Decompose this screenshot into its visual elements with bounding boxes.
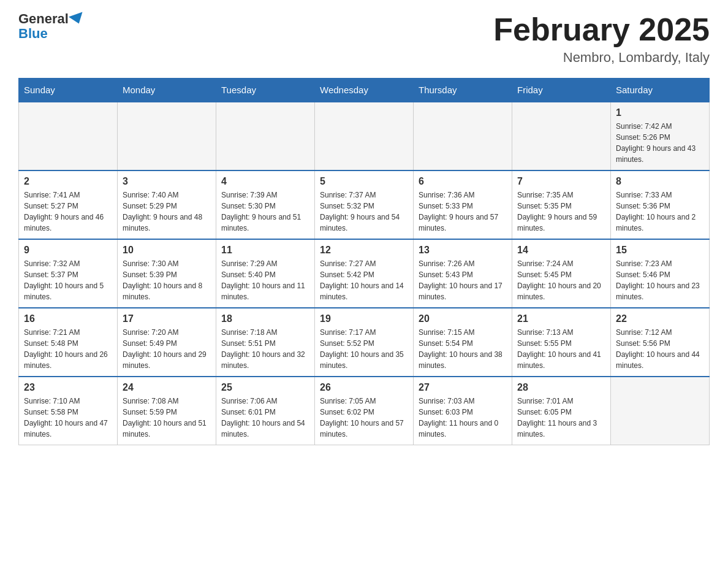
logo: General Blue	[18, 12, 85, 42]
day-number: 26	[320, 382, 408, 393]
day-info: Sunrise: 7:42 AM Sunset: 5:26 PM Dayligh…	[616, 121, 704, 165]
calendar-header-row: SundayMondayTuesdayWednesdayThursdayFrid…	[19, 79, 710, 102]
column-header-saturday: Saturday	[611, 79, 710, 102]
day-info: Sunrise: 7:21 AM Sunset: 5:48 PM Dayligh…	[24, 327, 112, 371]
day-number: 21	[517, 313, 605, 324]
calendar-cell: 6Sunrise: 7:36 AM Sunset: 5:33 PM Daylig…	[414, 170, 512, 239]
calendar-cell: 13Sunrise: 7:26 AM Sunset: 5:43 PM Dayli…	[414, 239, 512, 308]
day-info: Sunrise: 7:30 AM Sunset: 5:39 PM Dayligh…	[123, 258, 211, 302]
day-number: 9	[24, 245, 112, 256]
logo-blue-text: Blue	[18, 26, 48, 41]
calendar-cell: 28Sunrise: 7:01 AM Sunset: 6:05 PM Dayli…	[512, 377, 611, 445]
calendar-cell: 3Sunrise: 7:40 AM Sunset: 5:29 PM Daylig…	[118, 170, 216, 239]
day-info: Sunrise: 7:37 AM Sunset: 5:32 PM Dayligh…	[320, 190, 408, 234]
day-number: 2	[24, 176, 112, 187]
calendar-cell: 20Sunrise: 7:15 AM Sunset: 5:54 PM Dayli…	[414, 308, 512, 377]
logo-arrow-icon	[69, 12, 86, 26]
calendar-cell	[611, 377, 710, 445]
day-number: 7	[517, 176, 605, 187]
calendar-cell: 7Sunrise: 7:35 AM Sunset: 5:35 PM Daylig…	[512, 170, 611, 239]
calendar-cell	[315, 102, 414, 170]
calendar-cell	[414, 102, 512, 170]
calendar-cell	[216, 102, 315, 170]
day-number: 11	[221, 245, 309, 256]
calendar-table: SundayMondayTuesdayWednesdayThursdayFrid…	[18, 78, 710, 445]
day-info: Sunrise: 7:23 AM Sunset: 5:46 PM Dayligh…	[616, 258, 704, 302]
day-info: Sunrise: 7:13 AM Sunset: 5:55 PM Dayligh…	[517, 327, 605, 371]
day-number: 17	[123, 313, 211, 324]
day-info: Sunrise: 7:18 AM Sunset: 5:51 PM Dayligh…	[221, 327, 309, 371]
calendar-cell: 19Sunrise: 7:17 AM Sunset: 5:52 PM Dayli…	[315, 308, 414, 377]
day-number: 18	[221, 313, 309, 324]
calendar-week-row: 16Sunrise: 7:21 AM Sunset: 5:48 PM Dayli…	[19, 308, 710, 377]
day-info: Sunrise: 7:17 AM Sunset: 5:52 PM Dayligh…	[320, 327, 408, 371]
title-area: February 2025 Nembro, Lombardy, Italy	[493, 12, 710, 66]
day-number: 27	[419, 382, 507, 393]
day-info: Sunrise: 7:32 AM Sunset: 5:37 PM Dayligh…	[24, 258, 112, 302]
day-number: 19	[320, 313, 408, 324]
calendar-cell: 27Sunrise: 7:03 AM Sunset: 6:03 PM Dayli…	[414, 377, 512, 445]
day-info: Sunrise: 7:36 AM Sunset: 5:33 PM Dayligh…	[419, 190, 507, 234]
logo-general-text: General	[18, 12, 69, 26]
day-number: 10	[123, 245, 211, 256]
calendar-cell: 16Sunrise: 7:21 AM Sunset: 5:48 PM Dayli…	[19, 308, 118, 377]
calendar-cell: 10Sunrise: 7:30 AM Sunset: 5:39 PM Dayli…	[118, 239, 216, 308]
day-info: Sunrise: 7:35 AM Sunset: 5:35 PM Dayligh…	[517, 190, 605, 234]
day-number: 1	[616, 107, 704, 118]
calendar-cell: 21Sunrise: 7:13 AM Sunset: 5:55 PM Dayli…	[512, 308, 611, 377]
column-header-thursday: Thursday	[414, 79, 512, 102]
calendar-cell: 1Sunrise: 7:42 AM Sunset: 5:26 PM Daylig…	[611, 102, 710, 170]
day-info: Sunrise: 7:41 AM Sunset: 5:27 PM Dayligh…	[24, 190, 112, 234]
calendar-cell: 22Sunrise: 7:12 AM Sunset: 5:56 PM Dayli…	[611, 308, 710, 377]
calendar-week-row: 1Sunrise: 7:42 AM Sunset: 5:26 PM Daylig…	[19, 102, 710, 170]
calendar-cell: 9Sunrise: 7:32 AM Sunset: 5:37 PM Daylig…	[19, 239, 118, 308]
day-info: Sunrise: 7:08 AM Sunset: 5:59 PM Dayligh…	[123, 396, 211, 440]
calendar-cell: 18Sunrise: 7:18 AM Sunset: 5:51 PM Dayli…	[216, 308, 315, 377]
calendar-cell	[19, 102, 118, 170]
calendar-cell: 15Sunrise: 7:23 AM Sunset: 5:46 PM Dayli…	[611, 239, 710, 308]
calendar-cell: 4Sunrise: 7:39 AM Sunset: 5:30 PM Daylig…	[216, 170, 315, 239]
day-number: 4	[221, 176, 309, 187]
calendar-cell: 11Sunrise: 7:29 AM Sunset: 5:40 PM Dayli…	[216, 239, 315, 308]
day-info: Sunrise: 7:39 AM Sunset: 5:30 PM Dayligh…	[221, 190, 309, 234]
day-number: 15	[616, 245, 704, 256]
day-info: Sunrise: 7:10 AM Sunset: 5:58 PM Dayligh…	[24, 396, 112, 440]
day-number: 28	[517, 382, 605, 393]
page-header: General Blue February 2025 Nembro, Lomba…	[18, 12, 710, 66]
day-number: 25	[221, 382, 309, 393]
day-number: 16	[24, 313, 112, 324]
calendar-cell	[118, 102, 216, 170]
day-info: Sunrise: 7:06 AM Sunset: 6:01 PM Dayligh…	[221, 396, 309, 440]
column-header-sunday: Sunday	[19, 79, 118, 102]
day-number: 12	[320, 245, 408, 256]
column-header-monday: Monday	[118, 79, 216, 102]
day-info: Sunrise: 7:27 AM Sunset: 5:42 PM Dayligh…	[320, 258, 408, 302]
day-info: Sunrise: 7:01 AM Sunset: 6:05 PM Dayligh…	[517, 396, 605, 440]
calendar-title: February 2025	[493, 12, 710, 47]
day-info: Sunrise: 7:33 AM Sunset: 5:36 PM Dayligh…	[616, 190, 704, 234]
calendar-cell: 26Sunrise: 7:05 AM Sunset: 6:02 PM Dayli…	[315, 377, 414, 445]
day-number: 13	[419, 245, 507, 256]
calendar-week-row: 23Sunrise: 7:10 AM Sunset: 5:58 PM Dayli…	[19, 377, 710, 445]
calendar-cell: 5Sunrise: 7:37 AM Sunset: 5:32 PM Daylig…	[315, 170, 414, 239]
day-info: Sunrise: 7:03 AM Sunset: 6:03 PM Dayligh…	[419, 396, 507, 440]
calendar-week-row: 2Sunrise: 7:41 AM Sunset: 5:27 PM Daylig…	[19, 170, 710, 239]
calendar-cell: 8Sunrise: 7:33 AM Sunset: 5:36 PM Daylig…	[611, 170, 710, 239]
calendar-cell: 25Sunrise: 7:06 AM Sunset: 6:01 PM Dayli…	[216, 377, 315, 445]
day-number: 5	[320, 176, 408, 187]
column-header-wednesday: Wednesday	[315, 79, 414, 102]
day-info: Sunrise: 7:40 AM Sunset: 5:29 PM Dayligh…	[123, 190, 211, 234]
day-number: 20	[419, 313, 507, 324]
day-number: 8	[616, 176, 704, 187]
day-info: Sunrise: 7:26 AM Sunset: 5:43 PM Dayligh…	[419, 258, 507, 302]
calendar-week-row: 9Sunrise: 7:32 AM Sunset: 5:37 PM Daylig…	[19, 239, 710, 308]
calendar-cell: 24Sunrise: 7:08 AM Sunset: 5:59 PM Dayli…	[118, 377, 216, 445]
column-header-friday: Friday	[512, 79, 611, 102]
day-info: Sunrise: 7:05 AM Sunset: 6:02 PM Dayligh…	[320, 396, 408, 440]
day-info: Sunrise: 7:15 AM Sunset: 5:54 PM Dayligh…	[419, 327, 507, 371]
day-info: Sunrise: 7:24 AM Sunset: 5:45 PM Dayligh…	[517, 258, 605, 302]
column-header-tuesday: Tuesday	[216, 79, 315, 102]
day-number: 22	[616, 313, 704, 324]
calendar-cell: 23Sunrise: 7:10 AM Sunset: 5:58 PM Dayli…	[19, 377, 118, 445]
day-number: 24	[123, 382, 211, 393]
